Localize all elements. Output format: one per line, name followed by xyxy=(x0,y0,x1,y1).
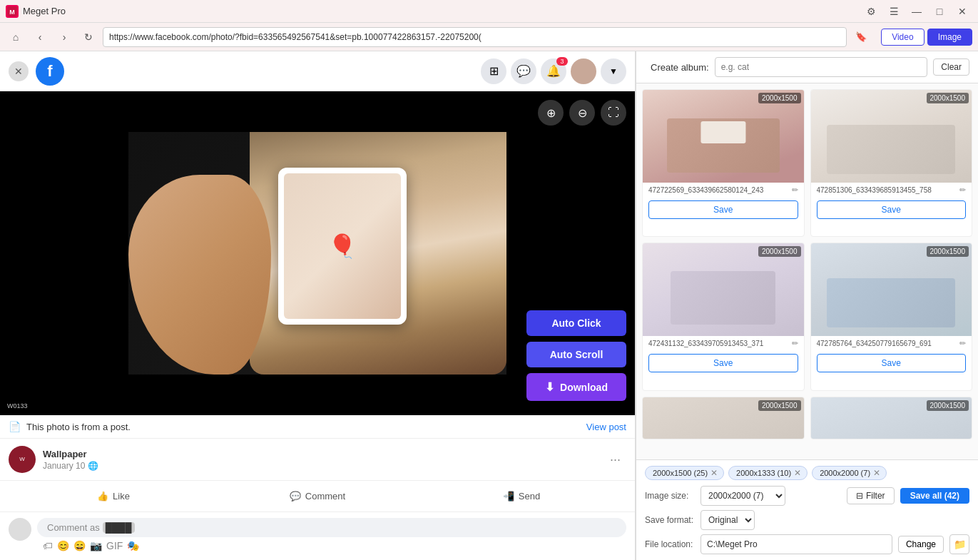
forward-button[interactable]: › xyxy=(54,27,74,47)
comment-area: Comment as ████ 🏷 😊 😄 📷 GIF 🎭 xyxy=(0,512,635,560)
like-button[interactable]: 👍 Like xyxy=(11,487,215,506)
image-size-badge: 2000x1500 xyxy=(927,246,969,257)
laugh-icon[interactable]: 😄 xyxy=(73,540,86,551)
view-post-link[interactable]: View post xyxy=(586,422,626,432)
author-info: Wallpaper January 10 🌐 xyxy=(43,449,98,471)
post-more-button[interactable]: ··· xyxy=(604,449,626,470)
sticker-icon[interactable]: 🏷 xyxy=(43,540,53,551)
edit-icon[interactable]: ✏ xyxy=(959,339,966,348)
image-thumbnail[interactable]: 2000x1500 xyxy=(643,243,804,336)
app-logo: M xyxy=(6,5,19,18)
fb-close-button[interactable]: ✕ xyxy=(9,61,29,81)
back-button[interactable]: ‹ xyxy=(30,27,50,47)
auto-scroll-button[interactable]: Auto Scroll xyxy=(526,342,626,367)
image-card-partial: 2000x1500 xyxy=(642,397,805,439)
actions-overlay: Auto Click Auto Scroll ⬇ Download xyxy=(526,310,626,401)
save-button-4[interactable]: Save xyxy=(817,354,967,372)
image-info: 472785764_634250779165679_691 ✏ xyxy=(811,336,972,351)
gif-icon[interactable]: GIF xyxy=(106,540,123,551)
image-size-row: Image size: 2000x2000 (7) 2000x1500 (25)… xyxy=(645,486,969,506)
minimize-button[interactable]: — xyxy=(907,1,927,21)
size-tag-close-1[interactable]: ✕ xyxy=(710,468,718,478)
fb-messenger-button[interactable]: 💬 xyxy=(511,58,536,84)
fb-grid-button[interactable]: ⊞ xyxy=(481,58,506,84)
image-thumbnail[interactable]: 2000x1500 xyxy=(643,90,804,183)
change-button[interactable]: Change xyxy=(898,536,944,553)
image-size-select[interactable]: 2000x2000 (7) 2000x1500 (25) 2000x1333 (… xyxy=(701,486,785,506)
sticker2-icon[interactable]: 🎭 xyxy=(127,540,139,551)
main-layout: ✕ f ⊞ 💬 🔔 3 ▼ xyxy=(0,51,978,560)
browser-content: 🎈 ⊕ ⊖ ⛶ W0133 Auto Click Auto Scroll xyxy=(0,91,635,560)
filter-icon: ⊟ xyxy=(856,491,863,501)
image-card: 2000x1500 472431132_633439705913453_371 … xyxy=(642,243,805,390)
post-author: W Wallpaper January 10 🌐 ··· xyxy=(0,439,635,481)
tab-image[interactable]: Image xyxy=(927,29,972,46)
save-button-1[interactable]: Save xyxy=(648,200,798,219)
fb-avatar[interactable] xyxy=(571,58,596,84)
author-name: Wallpaper xyxy=(43,449,98,459)
share-button[interactable]: 📲 Send xyxy=(419,487,623,506)
camera-icon[interactable]: 📷 xyxy=(90,540,102,551)
comment-avatar xyxy=(9,518,31,541)
author-avatar: W xyxy=(9,446,36,473)
titlebar-left: M Meget Pro xyxy=(6,5,66,18)
edit-icon[interactable]: ✏ xyxy=(959,185,966,195)
image-thumbnail[interactable]: 2000x1500 xyxy=(811,243,972,336)
auto-click-button[interactable]: Auto Click xyxy=(526,310,626,336)
folder-button[interactable]: 📁 xyxy=(949,534,969,554)
comment-button[interactable]: 💬 Comment xyxy=(215,487,419,506)
right-panel: Create album: Clear 2000x1500 47272 xyxy=(636,51,978,560)
home-button[interactable]: ⌂ xyxy=(6,27,26,47)
whatsapp-icon: 📲 xyxy=(503,491,514,502)
emoji-icon[interactable]: 😊 xyxy=(57,540,69,551)
browser-panel: ✕ f ⊞ 💬 🔔 3 ▼ xyxy=(0,51,636,560)
fb-more-button[interactable]: ▼ xyxy=(601,58,626,84)
size-tag-close-3[interactable]: ✕ xyxy=(873,468,880,478)
edit-icon[interactable]: ✏ xyxy=(792,339,798,348)
download-button[interactable]: ⬇ Download xyxy=(526,373,626,401)
rp-header: Create album: Clear xyxy=(636,51,978,83)
download-icon: ⬇ xyxy=(545,380,554,394)
filter-bar: 2000x1500 (25) ✕ 2000x1333 (10) ✕ 2000x2… xyxy=(636,459,978,560)
filter-button[interactable]: ⊟ Filter xyxy=(847,487,895,504)
save-format-select[interactable]: Original JPG PNG xyxy=(701,510,755,530)
edit-icon[interactable]: ✏ xyxy=(792,185,798,195)
comment-user: ████ xyxy=(103,522,135,533)
address-input[interactable] xyxy=(103,27,847,47)
maximize-button[interactable]: □ xyxy=(929,1,949,21)
fb-icon-group: ⊞ 💬 🔔 3 ▼ xyxy=(481,58,626,84)
clear-button[interactable]: Clear xyxy=(933,58,969,76)
comment-icon: 💬 xyxy=(290,491,301,502)
save-button-2[interactable]: Save xyxy=(817,200,967,219)
image-filename: 472722569_633439662580124_243 xyxy=(648,186,789,194)
save-format-row: Save format: Original JPG PNG xyxy=(645,510,969,530)
file-location-input[interactable] xyxy=(701,534,892,554)
fb-notifications-button[interactable]: 🔔 3 xyxy=(541,58,566,84)
image-card: 2000x1500 472785764_634250779165679_691 … xyxy=(810,243,973,390)
image-info: 472431132_633439705913453_371 ✏ xyxy=(643,336,804,351)
photo-area: 🎈 ⊕ ⊖ ⛶ W0133 Auto Click Auto Scroll xyxy=(0,91,635,415)
image-size-badge: 2000x1500 xyxy=(758,246,801,257)
album-input[interactable] xyxy=(715,57,928,77)
refresh-button[interactable]: ↻ xyxy=(78,27,98,47)
zoom-out-button[interactable]: ⊖ xyxy=(569,100,595,126)
image-thumbnail[interactable]: 2000x1500 xyxy=(811,90,972,183)
menu-button[interactable]: ☰ xyxy=(884,1,904,21)
save-all-button[interactable]: Save all (42) xyxy=(900,488,969,504)
settings-button[interactable]: ⚙ xyxy=(861,1,881,21)
close-button[interactable]: ✕ xyxy=(952,1,972,21)
image-size-badge: 2000x1500 xyxy=(758,400,801,411)
tab-video[interactable]: Video xyxy=(881,29,924,46)
facebook-logo: f xyxy=(36,57,64,86)
notification-badge: 3 xyxy=(556,57,568,66)
save-button-3[interactable]: Save xyxy=(648,354,798,372)
fb-header: ✕ f ⊞ 💬 🔔 3 ▼ xyxy=(0,51,635,91)
image-size-badge: 2000x1500 xyxy=(758,93,801,103)
zoom-in-button[interactable]: ⊕ xyxy=(538,100,564,126)
size-tag-close-2[interactable]: ✕ xyxy=(794,468,801,478)
photo-watermark: W0133 xyxy=(4,401,31,411)
fullscreen-button[interactable]: ⛶ xyxy=(601,100,626,126)
image-grid: 2000x1500 472722569_633439662580124_243 … xyxy=(636,83,978,459)
bookmark-button[interactable]: 🔖 xyxy=(851,27,871,47)
reaction-bar: 👍 Like 💬 Comment 📲 Send xyxy=(0,481,635,512)
